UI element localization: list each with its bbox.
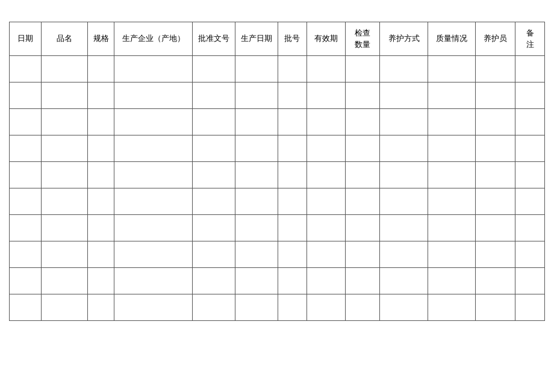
- cell-expiry: [307, 241, 346, 268]
- cell-appno: [193, 109, 235, 135]
- cell-date: [10, 215, 42, 241]
- cell-mfgdate: [235, 294, 278, 321]
- table-header-row: 日期品名规格生产企业（产地）批准文号生产日期批号有效期检查数量养护方式质量情况养…: [10, 22, 545, 56]
- cell-note: [515, 56, 545, 82]
- cell-mfr: [114, 82, 193, 109]
- cell-batch: [278, 135, 307, 162]
- cell-note: [515, 294, 545, 321]
- cell-name: [41, 294, 87, 321]
- cell-spec: [88, 241, 114, 268]
- cell-appno: [193, 135, 235, 162]
- table-row: [10, 135, 545, 162]
- cell-care: [380, 215, 428, 241]
- cell-date: [10, 188, 42, 215]
- cell-inspqty: [346, 109, 380, 135]
- cell-inspqty: [346, 215, 380, 241]
- col-header-mfgdate: 生产日期: [235, 22, 278, 56]
- cell-note: [515, 162, 545, 188]
- cell-inspqty: [346, 241, 380, 268]
- cell-appno: [193, 268, 235, 294]
- cell-batch: [278, 82, 307, 109]
- cell-caregiver: [476, 82, 515, 109]
- table-row: [10, 188, 545, 215]
- cell-name: [41, 162, 87, 188]
- cell-appno: [193, 241, 235, 268]
- cell-mfr: [114, 135, 193, 162]
- cell-spec: [88, 135, 114, 162]
- cell-care: [380, 241, 428, 268]
- cell-date: [10, 162, 42, 188]
- cell-caregiver: [476, 188, 515, 215]
- cell-mfgdate: [235, 215, 278, 241]
- cell-quality: [428, 56, 475, 82]
- col-header-quality: 质量情况: [428, 22, 475, 56]
- cell-batch: [278, 215, 307, 241]
- cell-inspqty: [346, 294, 380, 321]
- cell-caregiver: [476, 56, 515, 82]
- cell-name: [41, 135, 87, 162]
- col-header-care: 养护方式: [380, 22, 428, 56]
- cell-date: [10, 268, 42, 294]
- cell-quality: [428, 215, 475, 241]
- cell-mfgdate: [235, 162, 278, 188]
- cell-note: [515, 188, 545, 215]
- cell-caregiver: [476, 241, 515, 268]
- col-header-inspqty: 检查数量: [346, 22, 380, 56]
- cell-mfr: [114, 294, 193, 321]
- cell-care: [380, 56, 428, 82]
- table-row: [10, 56, 545, 82]
- page-wrapper: 日期品名规格生产企业（产地）批准文号生产日期批号有效期检查数量养护方式质量情况养…: [9, 12, 545, 321]
- cell-care: [380, 294, 428, 321]
- cell-caregiver: [476, 215, 515, 241]
- cell-appno: [193, 82, 235, 109]
- cell-quality: [428, 135, 475, 162]
- cell-date: [10, 109, 42, 135]
- cell-care: [380, 188, 428, 215]
- cell-name: [41, 109, 87, 135]
- cell-mfr: [114, 56, 193, 82]
- cell-date: [10, 241, 42, 268]
- cell-name: [41, 188, 87, 215]
- cell-quality: [428, 268, 475, 294]
- cell-caregiver: [476, 268, 515, 294]
- cell-note: [515, 109, 545, 135]
- cell-date: [10, 56, 42, 82]
- col-header-spec: 规格: [88, 22, 114, 56]
- col-header-caregiver: 养护员: [476, 22, 515, 56]
- cell-date: [10, 135, 42, 162]
- cell-batch: [278, 188, 307, 215]
- cell-caregiver: [476, 135, 515, 162]
- cell-date: [10, 294, 42, 321]
- cell-expiry: [307, 162, 346, 188]
- cell-spec: [88, 162, 114, 188]
- col-header-appno: 批准文号: [193, 22, 235, 56]
- cell-mfgdate: [235, 188, 278, 215]
- cell-mfgdate: [235, 268, 278, 294]
- cell-note: [515, 241, 545, 268]
- cell-appno: [193, 294, 235, 321]
- cell-appno: [193, 215, 235, 241]
- table-row: [10, 82, 545, 109]
- cell-inspqty: [346, 162, 380, 188]
- cell-spec: [88, 109, 114, 135]
- col-header-mfr: 生产企业（产地）: [114, 22, 193, 56]
- cell-quality: [428, 162, 475, 188]
- cell-batch: [278, 241, 307, 268]
- cell-note: [515, 215, 545, 241]
- cell-mfr: [114, 188, 193, 215]
- cell-expiry: [307, 109, 346, 135]
- cell-spec: [88, 294, 114, 321]
- cell-quality: [428, 188, 475, 215]
- cell-inspqty: [346, 188, 380, 215]
- cell-expiry: [307, 188, 346, 215]
- table-row: [10, 268, 545, 294]
- col-header-note: 备注: [515, 22, 545, 56]
- cell-caregiver: [476, 294, 515, 321]
- table-row: [10, 162, 545, 188]
- cell-spec: [88, 56, 114, 82]
- cell-care: [380, 135, 428, 162]
- cell-name: [41, 215, 87, 241]
- cell-inspqty: [346, 135, 380, 162]
- cell-caregiver: [476, 109, 515, 135]
- cell-note: [515, 135, 545, 162]
